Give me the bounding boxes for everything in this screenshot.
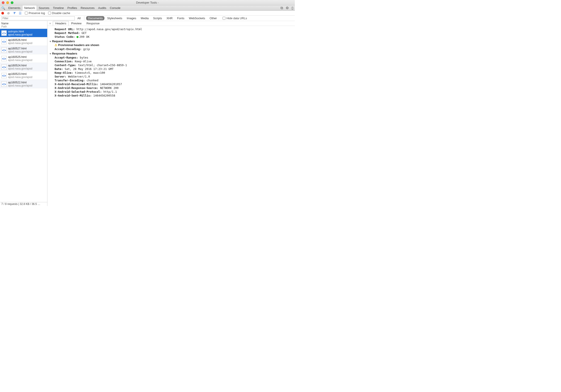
request-row[interactable]: <>ap160525.htmlapod.nasa.gov/apod — [0, 54, 47, 63]
settings-icon[interactable]: ⚙ — [286, 6, 289, 10]
request-row[interactable]: <>ap160523.htmlapod.nasa.gov/apod — [0, 71, 47, 80]
header-row: Transfer-Encoding: chunked — [54, 78, 291, 82]
request-name: ap160524.html — [8, 64, 32, 67]
main-tab-profiles[interactable]: Profiles — [65, 5, 79, 10]
filter-type-all[interactable]: All — [76, 16, 82, 20]
large-rows-icon[interactable]: ☰ — [19, 11, 22, 15]
request-path: apod.nasa.gov/apod — [8, 67, 32, 70]
filter-type-media[interactable]: Media — [139, 16, 150, 20]
detail-panel: × HeadersPreviewResponse Request URL: ht… — [47, 21, 295, 206]
detail-tab-preview[interactable]: Preview — [69, 21, 84, 26]
titlebar: Developer Tools - — [0, 0, 295, 5]
preserve-log-checkbox[interactable]: Preserve log — [25, 11, 45, 15]
request-headers-title[interactable]: Request Headers — [49, 40, 291, 43]
header-row: Content-Type: text/html; charset=ISO-885… — [54, 63, 291, 67]
response-headers-title[interactable]: Response Headers — [49, 52, 291, 56]
request-path: apod.nasa.gov/apod — [8, 75, 32, 79]
request-row[interactable]: <>astropix.htmlapod.nasa.gov/apod — [0, 29, 47, 37]
header-row: X-Android-Response-Source: NETWORK 200 — [54, 86, 291, 90]
drawer-icon[interactable]: ⧉ — [280, 6, 283, 10]
record-button[interactable] — [1, 12, 4, 15]
filter-type-fonts[interactable]: Fonts — [175, 16, 186, 20]
window-title: Developer Tools - — [0, 1, 295, 4]
file-icon: <> — [1, 64, 7, 70]
header-row: Date: Sat, 28 May 2016 17:23:21 GMT — [54, 67, 291, 71]
header-row: Accept-Encoding: gzip — [54, 47, 291, 51]
hide-data-urls-checkbox[interactable]: Hide data URLs — [223, 17, 247, 20]
request-sidebar: Name Path <>astropix.htmlapod.nasa.gov/a… — [0, 21, 47, 206]
request-name: ap160523.html — [8, 72, 32, 75]
header-row: Connection: Keep-Alive — [54, 60, 291, 63]
filter-type-websockets[interactable]: WebSockets — [187, 16, 207, 20]
network-toolbar: ⊘ ⧩ ☰ Preserve log Disable cache — [0, 11, 295, 16]
header-row: Status Code: 200 OK — [52, 35, 291, 39]
filter-type-documents[interactable]: Documents — [86, 16, 105, 20]
file-icon: <> — [1, 39, 7, 44]
detail-tab-headers[interactable]: Headers — [53, 21, 69, 26]
header-row: X-Android-Selected-Protocol: http/1.1 — [54, 90, 291, 94]
close-detail-icon[interactable]: × — [48, 22, 52, 25]
header-row: Request URL: http://apod.nasa.gov/apod/a… — [52, 27, 291, 31]
request-row[interactable]: <>ap160522.htmlapod.nasa.gov/apod — [0, 80, 47, 88]
clear-icon[interactable]: ⊘ — [7, 11, 10, 15]
main-tabs: 🔍 ElementsNetworkSourcesTimelineProfiles… — [0, 5, 295, 11]
request-name: ap160525.html — [8, 55, 32, 59]
search-icon[interactable]: 🔍 — [1, 6, 5, 10]
header-row: Server: WebServer/1.0 — [54, 75, 291, 78]
main-tab-resources[interactable]: Resources — [79, 5, 97, 10]
main-tab-console[interactable]: Console — [108, 5, 122, 10]
filter-bar: AllDocumentsStylesheetsImagesMediaScript… — [0, 16, 295, 21]
dock-icon[interactable]: ▯ — [291, 6, 293, 10]
request-path: apod.nasa.gov/apod — [8, 50, 32, 53]
headers-body: Request URL: http://apod.nasa.gov/apod/a… — [47, 26, 295, 206]
request-path: apod.nasa.gov/apod — [8, 59, 32, 62]
request-path: apod.nasa.gov/apod — [8, 41, 32, 45]
request-row[interactable]: <>ap160524.htmlapod.nasa.gov/apod — [0, 63, 47, 71]
file-icon: <> — [1, 47, 7, 53]
header-row: Request Method: GET — [52, 31, 291, 35]
filter-type-stylesheets[interactable]: Stylesheets — [105, 16, 124, 20]
request-name: ap160526.html — [8, 38, 32, 41]
main-tab-timeline[interactable]: Timeline — [51, 5, 66, 10]
filter-type-images[interactable]: Images — [125, 16, 138, 20]
detail-tab-response[interactable]: Response — [84, 21, 102, 26]
filter-icon[interactable]: ⧩ — [13, 11, 16, 15]
main-tab-network[interactable]: Network — [22, 5, 37, 10]
request-name: astropix.html — [8, 30, 32, 33]
header-row: Keep-Alive: timeout=5, max=100 — [54, 71, 291, 75]
filter-type-other[interactable]: Other — [208, 16, 219, 20]
provisional-warning: Provisional headers are shown — [52, 43, 291, 47]
header-row: Accept-Ranges: bytes — [54, 56, 291, 60]
header-row: X-Android-Received-Millis: 1464456201057 — [54, 82, 291, 86]
disable-cache-checkbox[interactable]: Disable cache — [48, 11, 70, 15]
main-tab-audits[interactable]: Audits — [97, 5, 108, 10]
header-row: X-Android-Sent-Millis: 1464456200558 — [54, 94, 291, 97]
file-icon: <> — [1, 31, 7, 36]
file-icon: <> — [1, 56, 7, 61]
main-tab-elements[interactable]: Elements — [7, 5, 22, 10]
file-icon: <> — [1, 81, 7, 87]
detail-tabs: × HeadersPreviewResponse — [47, 21, 295, 26]
filter-input[interactable] — [1, 16, 75, 20]
status-bar: 7 / 8 requests | 32.8 KB / 36.5 … — [0, 202, 47, 206]
filter-type-xhr[interactable]: XHR — [165, 16, 174, 20]
request-name: ap160527.html — [8, 47, 32, 50]
sidebar-header: Name Path — [0, 21, 47, 29]
request-name: ap160522.html — [8, 81, 32, 84]
request-path: apod.nasa.gov/apod — [8, 84, 32, 87]
request-path: apod.nasa.gov/apod — [8, 33, 32, 36]
request-row[interactable]: <>ap160527.htmlapod.nasa.gov/apod — [0, 46, 47, 54]
request-row[interactable]: <>ap160526.htmlapod.nasa.gov/apod — [0, 37, 47, 46]
request-list[interactable]: <>astropix.htmlapod.nasa.gov/apod<>ap160… — [0, 29, 47, 202]
file-icon: <> — [1, 73, 7, 78]
filter-type-scripts[interactable]: Scripts — [151, 16, 164, 20]
main-tab-sources[interactable]: Sources — [37, 5, 51, 10]
